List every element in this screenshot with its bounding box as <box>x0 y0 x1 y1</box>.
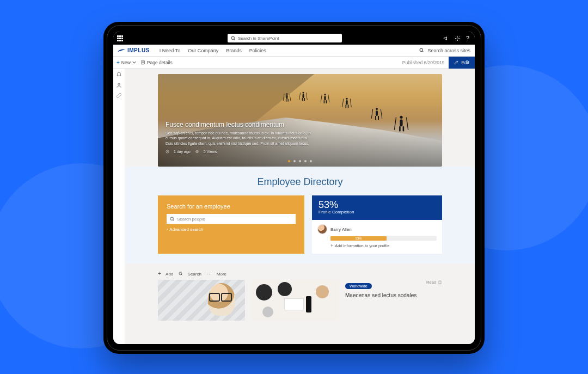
read-link[interactable]: Read <box>426 280 442 285</box>
completion-label: Profile Completion <box>318 210 436 214</box>
carousel-dot[interactable] <box>288 160 290 162</box>
published-date: Published 6/20/2019 <box>402 60 445 65</box>
page-content: Fusce condimentum lectus condimentum Sed… <box>125 69 475 344</box>
svg-point-3 <box>420 48 423 51</box>
news-more-label: More <box>217 272 226 277</box>
app-launcher-button[interactable] <box>113 35 126 41</box>
o365-suite-bar: Search in SharePoint ? <box>113 32 475 45</box>
nav-link-i-need-to[interactable]: I Need To <box>160 48 180 53</box>
hero-text: Fusce condimentum lectus condimentum Sed… <box>158 115 323 167</box>
svg-line-1 <box>234 39 235 40</box>
news-item[interactable]: Worldwide Read Maecenas sed lectus sodal… <box>345 280 442 321</box>
news-add-label: Add <box>166 272 173 277</box>
add-info-link[interactable]: + Add information to your profile <box>330 243 437 248</box>
page-details-button[interactable]: Page details <box>140 60 173 65</box>
left-rail <box>113 69 125 344</box>
screen: Search in SharePoint ? IMPLUS <box>113 32 475 344</box>
search-icon <box>419 48 424 53</box>
clock-icon <box>166 150 169 154</box>
person-icon[interactable] <box>116 82 122 88</box>
news-command-bar: + Add Search ··· More <box>158 271 442 277</box>
site-logo[interactable]: IMPLUS <box>113 47 154 53</box>
directory-title: Employee Directory <box>158 176 442 188</box>
hero-views: 5 Views <box>204 150 217 154</box>
carousel-dot[interactable] <box>293 160 296 162</box>
chevron-down-icon <box>132 60 136 64</box>
nav-link-brands[interactable]: Brands <box>226 48 242 53</box>
svg-point-13 <box>179 272 182 275</box>
search-heading: Search for an employee <box>167 203 296 210</box>
page-details-label: Page details <box>147 60 173 65</box>
megaphone-icon[interactable] <box>443 35 449 41</box>
waffle-icon <box>117 35 123 41</box>
search-icon <box>179 272 183 276</box>
link-icon[interactable] <box>116 93 122 99</box>
person-name: Barry Allen <box>330 227 352 232</box>
svg-line-12 <box>173 219 174 220</box>
bookmark-icon <box>438 280 442 285</box>
add-info-label: Add information to your profile <box>335 243 389 248</box>
edit-label: Edit <box>461 60 469 65</box>
logo-icon <box>118 48 125 53</box>
news-more-button[interactable]: ··· More <box>207 271 226 277</box>
pencil-icon <box>454 60 459 65</box>
svg-point-0 <box>231 36 234 39</box>
news-search-label: Search <box>188 272 201 277</box>
svg-line-4 <box>422 51 424 52</box>
o365-search-placeholder: Search in SharePoint <box>238 36 279 41</box>
hero-title: Fusce condimentum lectus condimentum <box>166 121 315 128</box>
news-badge: Worldwide <box>345 283 372 289</box>
hero-time: 1 day ago <box>174 150 191 154</box>
progress-bar: 53% <box>330 236 437 241</box>
site-name: IMPLUS <box>127 47 150 53</box>
nav-link-policies[interactable]: Policies <box>249 48 266 53</box>
advanced-search-label: Advanced search <box>169 227 203 232</box>
news-title: Maecenas sed lectus sodales <box>345 292 442 298</box>
hero-carousel[interactable]: Fusce condimentum lectus condimentum Sed… <box>158 74 442 167</box>
carousel-dot[interactable] <box>299 160 301 162</box>
notifications-icon[interactable] <box>116 72 122 78</box>
news-search-button[interactable]: Search <box>179 271 201 277</box>
news-thumbnail[interactable] <box>158 280 245 321</box>
news-row: Worldwide Read Maecenas sed lectus sodal… <box>158 280 442 321</box>
employee-search-input[interactable]: Search people <box>167 214 296 224</box>
command-bar: + New Page details Published 6/20/2019 E… <box>113 57 475 69</box>
profile-completion-card: 53% Profile Completion Barry Allen <box>312 195 442 254</box>
gear-icon[interactable] <box>455 35 461 41</box>
search-placeholder: Search people <box>177 217 205 222</box>
progress-fill: 53% <box>330 236 387 241</box>
svg-line-14 <box>181 274 182 275</box>
news-add-button[interactable]: + Add <box>158 271 173 277</box>
views-icon <box>195 150 199 154</box>
read-label: Read <box>426 280 436 285</box>
carousel-dots[interactable] <box>288 160 312 162</box>
new-label: New <box>121 60 131 65</box>
svg-point-10 <box>197 151 198 152</box>
o365-search-input[interactable]: Search in SharePoint <box>228 34 342 42</box>
employee-directory-section: Employee Directory Search for an employe… <box>125 167 475 263</box>
completion-percent: 53% <box>318 200 436 210</box>
help-icon[interactable]: ? <box>466 35 469 41</box>
search-across-sites[interactable]: Search across sites <box>427 48 470 53</box>
page-details-icon <box>140 60 145 65</box>
news-thumbnail[interactable] <box>252 280 339 321</box>
edit-button[interactable]: Edit <box>449 57 475 69</box>
tablet-frame: Search in SharePoint ? IMPLUS <box>103 22 485 354</box>
advanced-search-link[interactable]: › Advanced search <box>167 227 296 232</box>
carousel-dot[interactable] <box>310 160 312 162</box>
avatar <box>317 224 327 234</box>
nav-link-our-company[interactable]: Our Company <box>188 48 218 53</box>
site-header: IMPLUS I Need To Our Company Brands Poli… <box>113 45 475 57</box>
svg-point-2 <box>457 38 458 39</box>
svg-point-11 <box>170 217 173 220</box>
svg-point-8 <box>118 83 120 85</box>
search-icon <box>231 36 236 41</box>
employee-search-card: Search for an employee Search people › A… <box>158 195 304 254</box>
new-button[interactable]: + New <box>117 60 136 65</box>
progress-value: 53% <box>356 237 362 240</box>
search-icon <box>170 217 175 222</box>
hero-description: Sed sapien eros, tempor nec dui nec, mal… <box>166 131 315 146</box>
carousel-dot[interactable] <box>304 160 307 162</box>
